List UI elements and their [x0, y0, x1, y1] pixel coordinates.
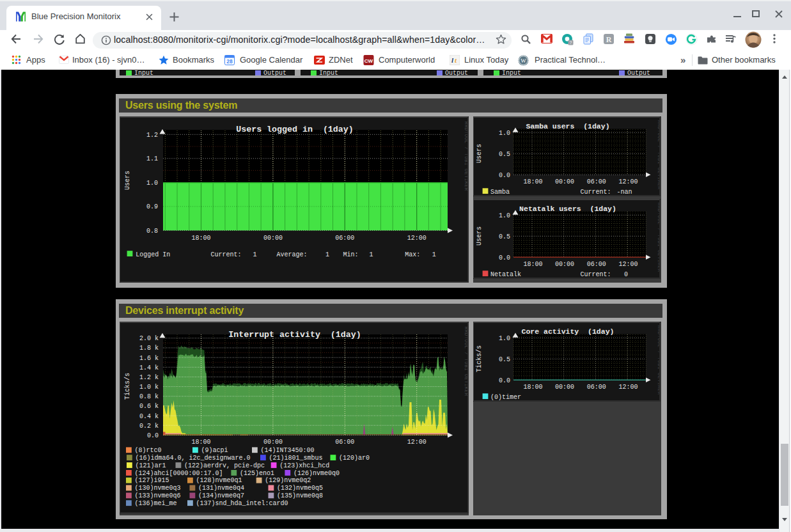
svg-text:1: 1 — [325, 251, 329, 258]
svg-text:1.1: 1.1 — [146, 155, 158, 162]
svg-text:0.0: 0.0 — [499, 254, 510, 262]
svg-text:(136)mei_me: (136)mei_me — [135, 500, 177, 507]
svg-text:Users: Users — [124, 171, 131, 190]
svg-text:(129)nvme0q2: (129)nvme0q2 — [265, 477, 311, 484]
svg-text:12:00: 12:00 — [618, 384, 638, 391]
svg-text:1: 1 — [370, 251, 373, 258]
svg-text:1.8 k: 1.8 k — [139, 345, 159, 352]
svg-text:Core activity (1day): Core activity (1day) — [522, 327, 615, 336]
svg-text:-nan: -nan — [616, 189, 632, 196]
svg-text:(132)nvme0q5: (132)nvme0q5 — [277, 485, 323, 492]
svg-text:(121)ar1: (121)ar1 — [136, 462, 166, 469]
svg-text:(133)nvme0q6: (133)nvme0q6 — [135, 492, 181, 499]
svg-text:(128)nvme0q1: (128)nvme0q1 — [196, 477, 242, 484]
svg-text:00:00: 00:00 — [263, 235, 283, 242]
svg-text:06:00: 06:00 — [335, 439, 354, 446]
svg-text:(135)nvme0q8: (135)nvme0q8 — [277, 492, 323, 499]
svg-text:1.2: 1.2 — [146, 132, 158, 139]
svg-text:R: R — [606, 35, 612, 44]
svg-text:Ticks/s: Ticks/s — [124, 373, 131, 400]
svg-text:(8)rtc0: (8)rtc0 — [135, 447, 162, 454]
svg-text:0.0: 0.0 — [147, 432, 159, 439]
svg-text:0.2 k: 0.2 k — [139, 423, 159, 430]
svg-text:0.5: 0.5 — [499, 356, 510, 363]
svg-text:(14)INT3450:00: (14)INT3450:00 — [261, 447, 315, 454]
svg-text:0.4 k: 0.4 k — [139, 413, 159, 420]
svg-text:(123)xhci_hcd: (123)xhci_hcd — [279, 462, 329, 469]
svg-text:(125)eno1: (125)eno1 — [240, 470, 274, 477]
svg-text:1.2 k: 1.2 k — [139, 374, 159, 381]
svg-text:06:00: 06:00 — [587, 384, 606, 391]
svg-text:1.4 k: 1.4 k — [139, 364, 159, 372]
svg-text:1: 1 — [253, 251, 257, 258]
svg-text:Current:: Current: — [211, 251, 242, 258]
svg-text:0.5: 0.5 — [499, 233, 510, 240]
svg-text:0.8: 0.8 — [146, 228, 158, 235]
svg-text:1.0 k: 1.0 k — [139, 384, 159, 391]
svg-text:0.0: 0.0 — [499, 172, 510, 179]
svg-text:Ticks/s: Ticks/s — [476, 345, 483, 372]
svg-text:1: 1 — [432, 251, 436, 258]
svg-text:1.0: 1.0 — [499, 335, 510, 342]
svg-text:00:00: 00:00 — [263, 439, 283, 446]
svg-text:(127)i915: (127)i915 — [135, 477, 169, 484]
svg-text:1.0: 1.0 — [499, 212, 510, 219]
svg-text:18:00: 18:00 — [191, 235, 210, 242]
svg-text:0.8 k: 0.8 k — [139, 393, 159, 400]
svg-text:12:00: 12:00 — [407, 439, 427, 446]
svg-text:12:00: 12:00 — [618, 178, 638, 185]
svg-text:00:00: 00:00 — [555, 384, 574, 391]
svg-text:Min:: Min: — [343, 251, 358, 258]
svg-text:06:00: 06:00 — [335, 235, 354, 242]
svg-text:Logged In: Logged In — [136, 251, 170, 258]
svg-text:(0)timer: (0)timer — [490, 394, 521, 401]
svg-text:(131)nvme0q4: (131)nvme0q4 — [198, 485, 244, 492]
svg-text:Users logged in (1day): Users logged in (1day) — [236, 125, 354, 134]
svg-text:0.5: 0.5 — [499, 151, 510, 158]
svg-text:00:00: 00:00 — [555, 261, 574, 268]
svg-text:0.9: 0.9 — [146, 203, 158, 210]
svg-text:Users: Users — [476, 144, 483, 163]
svg-text:Interrupt activity (1day): Interrupt activity (1day) — [228, 330, 361, 340]
svg-text:(9)acpi: (9)acpi — [201, 447, 228, 454]
svg-text:Users: Users — [476, 226, 483, 246]
svg-text:18:00: 18:00 — [523, 261, 542, 268]
svg-text:(122)aerdrv, pcie-dpc: (122)aerdrv, pcie-dpc — [184, 462, 265, 469]
svg-text:CW: CW — [364, 58, 373, 64]
svg-text:0: 0 — [624, 271, 628, 278]
svg-text:(21)i801_smbus: (21)i801_smbus — [269, 455, 323, 462]
svg-text:Samba: Samba — [490, 189, 510, 196]
svg-text:0.6 k: 0.6 k — [139, 403, 159, 410]
svg-text:1.0: 1.0 — [499, 130, 510, 137]
svg-text:Max:: Max: — [405, 251, 420, 258]
svg-text:Samba users (1day): Samba users (1day) — [526, 122, 609, 130]
svg-text:?: ? — [570, 40, 572, 45]
svg-text:(137)snd_hda_intel:card0: (137)snd_hda_intel:card0 — [196, 500, 288, 507]
svg-text:12:00: 12:00 — [407, 235, 427, 242]
svg-text:Current:: Current: — [580, 189, 611, 196]
svg-text:Netatalk users (1day): Netatalk users (1day) — [519, 205, 616, 213]
svg-text:(130)nvme0q3: (130)nvme0q3 — [135, 485, 181, 492]
svg-text:06:00: 06:00 — [587, 178, 606, 185]
svg-text:(126)nvme0q0: (126)nvme0q0 — [294, 470, 340, 477]
svg-text:1.6 k: 1.6 k — [139, 355, 159, 362]
svg-text:(120)ar0: (120)ar0 — [339, 455, 370, 462]
svg-text:06:00: 06:00 — [587, 261, 606, 268]
svg-text:Current:: Current: — [580, 271, 611, 278]
svg-text:18:00: 18:00 — [191, 439, 210, 446]
svg-text:1.0: 1.0 — [146, 180, 158, 187]
svg-text:2.0 k: 2.0 k — [139, 335, 159, 342]
svg-text:Netatalk: Netatalk — [490, 271, 521, 278]
svg-text:12:00: 12:00 — [618, 261, 638, 268]
svg-text:18:00: 18:00 — [523, 384, 542, 391]
svg-text:W: W — [521, 58, 526, 64]
svg-text:18:00: 18:00 — [523, 178, 542, 185]
svg-text:(134)nvme0q7: (134)nvme0q7 — [198, 492, 244, 499]
svg-text:0.0: 0.0 — [499, 377, 510, 384]
svg-text:28: 28 — [226, 58, 233, 65]
svg-text:00:00: 00:00 — [555, 178, 574, 185]
svg-text:Average:: Average: — [277, 251, 308, 258]
svg-text:(16)idma64.0, i2c_designware.0: (16)idma64.0, i2c_designware.0 — [136, 455, 251, 462]
svg-text:(124)ahci[0000:00:17.0]: (124)ahci[0000:00:17.0] — [135, 470, 223, 477]
